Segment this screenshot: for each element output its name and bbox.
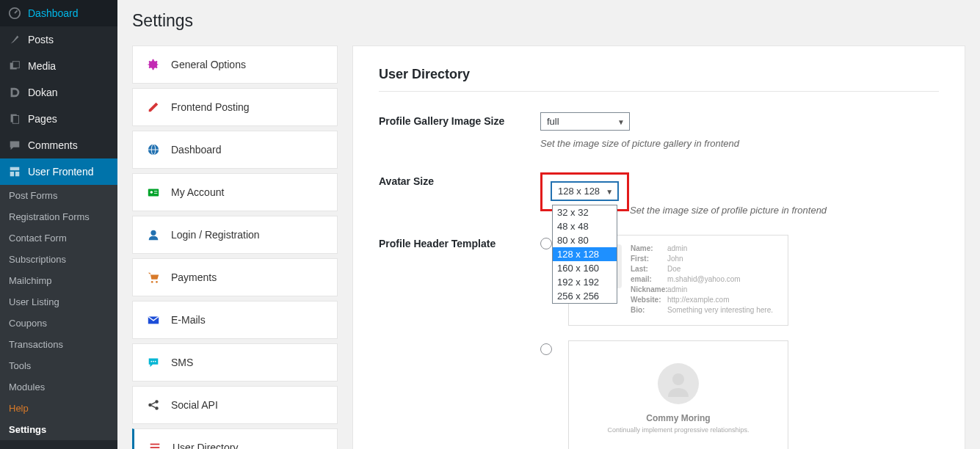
- sidebar-label: Pages: [28, 113, 57, 125]
- dropdown-option[interactable]: 80 x 80: [553, 233, 617, 247]
- svg-rect-14: [154, 193, 158, 194]
- select-value: 128 x 128: [558, 186, 600, 197]
- svg-rect-11: [148, 189, 159, 197]
- sub-tools[interactable]: Tools: [0, 355, 117, 376]
- sidebar-label: User Frontend: [28, 166, 93, 178]
- globe-icon: [146, 142, 161, 157]
- sub-post-forms[interactable]: Post Forms: [0, 185, 117, 206]
- avatar-size-hint: Set the image size of profile picture in…: [630, 205, 827, 216]
- sidebar-item-media[interactable]: Media: [0, 53, 117, 79]
- tab-label: My Account: [171, 186, 224, 198]
- sidebar-item-dashboard[interactable]: Dashboard: [0, 0, 117, 26]
- pages-icon: [7, 112, 22, 126]
- tab-social-api[interactable]: Social API: [132, 386, 338, 424]
- svg-rect-27: [150, 444, 160, 445]
- section-title: User Directory: [379, 67, 939, 92]
- dropdown-option[interactable]: 48 x 48: [553, 219, 617, 233]
- sub-contact-form[interactable]: Contact Form: [0, 227, 117, 249]
- svg-point-19: [150, 361, 152, 362]
- settings-tabs: General Options Frontend Posting Dashboa…: [132, 45, 338, 449]
- sub-subscriptions[interactable]: Subscriptions: [0, 249, 117, 270]
- svg-rect-2: [12, 62, 19, 68]
- avatar-size-label: Avatar Size: [379, 172, 540, 211]
- tab-label: Frontend Posting: [171, 101, 250, 113]
- sub-coupons[interactable]: Coupons: [0, 313, 117, 334]
- svg-rect-13: [154, 191, 158, 191]
- highlight-annotation: 128 x 128 ▼ 32 x 32 48 x 48 80 x 80 128 …: [540, 172, 629, 211]
- user-icon: [146, 227, 161, 242]
- dropdown-option[interactable]: 160 x 160: [553, 261, 617, 275]
- page-title: Settings: [132, 0, 965, 45]
- sidebar-item-posts[interactable]: Posts: [0, 26, 117, 53]
- gallery-size-label: Profile Gallery Image Size: [379, 112, 540, 149]
- sidebar-item-comments[interactable]: Comments: [0, 132, 117, 158]
- avatar-size-dropdown: 32 x 32 48 x 48 80 x 80 128 x 128 160 x …: [552, 205, 617, 304]
- dokan-icon: [7, 85, 22, 100]
- wp-admin-sidebar: Dashboard Posts Media Dokan Pages Commen…: [0, 0, 117, 449]
- gear-icon: [146, 57, 161, 72]
- sub-registration-forms[interactable]: Registration Forms: [0, 206, 117, 227]
- pin-icon: [7, 32, 22, 47]
- tab-label: Payments: [171, 271, 217, 283]
- dashboard-icon: [7, 6, 22, 21]
- svg-rect-6: [10, 172, 14, 176]
- tab-label: User Directory: [173, 442, 238, 449]
- avatar-round-icon: [658, 363, 699, 404]
- dropdown-option-selected[interactable]: 128 x 128: [553, 247, 617, 261]
- sidebar-label: Media: [28, 60, 56, 72]
- sidebar-label: Posts: [28, 34, 54, 45]
- tab-login-registration[interactable]: Login / Registration: [132, 216, 338, 254]
- tab-emails[interactable]: E-Mails: [132, 301, 338, 339]
- edit-icon: [146, 100, 161, 114]
- tab-general-options[interactable]: General Options: [132, 45, 338, 84]
- template-radio-1[interactable]: [540, 238, 552, 249]
- sub-help[interactable]: Help: [0, 398, 117, 419]
- tab-dashboard[interactable]: Dashboard: [132, 131, 338, 169]
- sub-settings[interactable]: Settings: [0, 419, 117, 440]
- dropdown-option[interactable]: 32 x 32: [553, 205, 617, 219]
- mail-icon: [146, 313, 161, 327]
- sidebar-item-dokan[interactable]: Dokan: [0, 79, 117, 106]
- uf-icon: [7, 164, 22, 179]
- sub-user-listing[interactable]: User Listing: [0, 291, 117, 313]
- tab-label: Social API: [171, 399, 218, 411]
- avatar-size-select[interactable]: 128 x 128 ▼ 32 x 32 48 x 48 80 x 80 128 …: [551, 182, 618, 200]
- svg-line-26: [151, 406, 155, 408]
- tab-payments[interactable]: Payments: [132, 258, 338, 296]
- sub-mailchimp[interactable]: Mailchimp: [0, 270, 117, 291]
- svg-point-15: [150, 230, 156, 236]
- tab-my-account[interactable]: My Account: [132, 173, 338, 211]
- tab-user-directory[interactable]: User Directory: [132, 428, 338, 449]
- sms-icon: [146, 355, 161, 370]
- cart-icon: [146, 270, 161, 285]
- gallery-size-select[interactable]: full ▼: [540, 112, 630, 131]
- tab-label: SMS: [171, 357, 193, 368]
- sidebar-label: Dokan: [28, 87, 57, 98]
- tab-label: E-Mails: [171, 314, 206, 326]
- template-label: Profile Header Template: [379, 235, 540, 449]
- svg-point-17: [156, 281, 158, 283]
- svg-point-24: [155, 406, 159, 410]
- svg-rect-7: [15, 172, 19, 176]
- sidebar-item-user-frontend[interactable]: User Frontend: [0, 158, 117, 185]
- tab-sms[interactable]: SMS: [132, 343, 338, 382]
- dropdown-option[interactable]: 256 x 256: [553, 289, 617, 303]
- chevron-down-icon: ▼: [606, 187, 613, 195]
- svg-point-12: [150, 191, 153, 194]
- sidebar-label: Comments: [28, 139, 78, 151]
- tab-label: General Options: [171, 59, 246, 70]
- dropdown-option[interactable]: 192 x 192: [553, 275, 617, 289]
- tab-frontend-posting[interactable]: Frontend Posting: [132, 88, 338, 126]
- svg-point-21: [155, 361, 156, 362]
- template-radio-2[interactable]: [540, 343, 552, 355]
- comment-icon: [7, 138, 22, 153]
- settings-panel: User Directory Profile Gallery Image Siz…: [352, 45, 965, 449]
- svg-rect-5: [10, 167, 20, 171]
- media-icon: [7, 59, 22, 73]
- sidebar-item-pages[interactable]: Pages: [0, 106, 117, 132]
- sidebar-label: Dashboard: [28, 7, 79, 19]
- svg-point-30: [672, 373, 684, 385]
- svg-point-23: [155, 400, 159, 404]
- sub-modules[interactable]: Modules: [0, 376, 117, 398]
- sub-transactions[interactable]: Transactions: [0, 334, 117, 355]
